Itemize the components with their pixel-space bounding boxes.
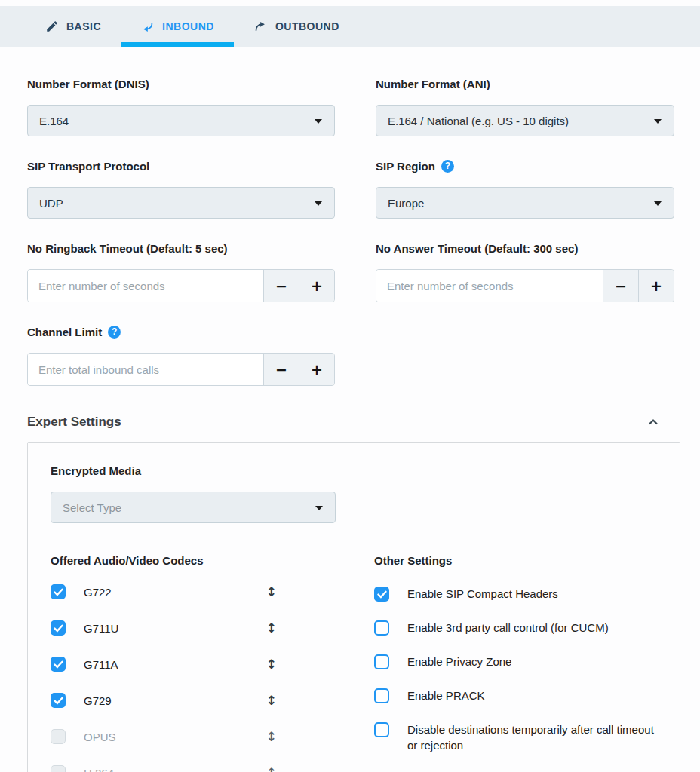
- setting-checkbox[interactable]: [374, 620, 389, 636]
- channel-limit-input[interactable]: [28, 354, 263, 385]
- codec-row: G722 ↕: [51, 574, 277, 610]
- minus-button[interactable]: −: [263, 270, 299, 302]
- sip-region-select[interactable]: Europe: [376, 187, 674, 219]
- sip-transport-label: SIP Transport Protocol: [27, 159, 335, 173]
- minus-button[interactable]: −: [263, 354, 299, 385]
- setting-checkbox[interactable]: [374, 654, 389, 669]
- setting-label: Disable destinations temporarily after c…: [407, 721, 656, 753]
- setting-checkbox[interactable]: [374, 688, 389, 703]
- tab-basic-label: BASIC: [66, 20, 101, 32]
- drag-handle-icon[interactable]: ↕: [266, 584, 277, 599]
- setting-label: Enable Privacy Zone: [407, 654, 511, 669]
- codec-label: G722: [84, 586, 266, 599]
- setting-row: Disable destinations temporarily after c…: [374, 721, 665, 753]
- ani-select[interactable]: E.164 / National (e.g. US - 10 digits): [376, 105, 674, 136]
- collapse-section-button[interactable]: [644, 413, 662, 431]
- codec-row: G711A ↕: [51, 646, 277, 682]
- drag-handle-icon[interactable]: ↕: [266, 657, 277, 672]
- expert-settings-panel: Encrypted Media Select Type Offered Audi…: [27, 442, 680, 772]
- tab-inbound-label: INBOUND: [162, 20, 214, 32]
- inbound-settings-form: Number Format (DNIS) E.164 Number Format…: [0, 77, 700, 772]
- tab-outbound-label: OUTBOUND: [275, 20, 339, 32]
- drag-handle-icon[interactable]: ↕: [266, 729, 277, 744]
- no-answer-label: No Answer Timeout (Default: 300 sec): [376, 241, 674, 256]
- tab-bar: BASIC INBOUND OUTBOUND: [0, 6, 700, 47]
- codec-row: G729 ↕: [51, 682, 277, 718]
- no-ringback-input[interactable]: [28, 270, 263, 302]
- help-icon[interactable]: ?: [441, 160, 454, 173]
- field-number-format-dnis: Number Format (DNIS) E.164: [27, 77, 335, 136]
- field-sip-transport: SIP Transport Protocol UDP: [27, 159, 335, 219]
- no-ringback-label: No Ringback Timeout (Default: 5 sec): [27, 241, 335, 256]
- setting-row: Enable 3rd party call control (for CUCM): [374, 620, 665, 636]
- codec-row: H.264 ↕: [51, 755, 277, 772]
- setting-checkbox[interactable]: [374, 722, 389, 737]
- codec-checkbox[interactable]: [51, 729, 66, 744]
- ani-label: Number Format (ANI): [376, 77, 674, 91]
- no-answer-input[interactable]: [376, 270, 603, 302]
- codec-label: G711U: [84, 622, 266, 635]
- channel-limit-label: Channel Limit: [27, 325, 102, 339]
- dnis-select[interactable]: E.164: [27, 105, 335, 136]
- channel-limit-stepper: − +: [27, 353, 335, 386]
- plus-button[interactable]: +: [638, 270, 674, 302]
- setting-label: Enable SIP Compact Headers: [407, 586, 558, 602]
- codec-checkbox[interactable]: [51, 657, 66, 672]
- setting-row: Enable SIP Compact Headers: [374, 586, 665, 602]
- field-no-ringback-timeout: No Ringback Timeout (Default: 5 sec) − +: [27, 241, 335, 302]
- codec-checkbox[interactable]: [51, 765, 66, 772]
- tab-basic[interactable]: BASIC: [26, 6, 121, 47]
- chevron-up-icon: [646, 415, 661, 430]
- drag-handle-icon[interactable]: ↕: [266, 693, 277, 708]
- field-number-format-ani: Number Format (ANI) E.164 / National (e.…: [376, 77, 674, 136]
- setting-row: Enable Privacy Zone: [374, 654, 665, 669]
- encrypted-media-select[interactable]: Select Type: [51, 492, 336, 523]
- other-settings-title: Other Settings: [374, 553, 665, 568]
- codec-label: G711A: [84, 658, 266, 671]
- dnis-label: Number Format (DNIS): [27, 77, 335, 91]
- setting-label: Enable 3rd party call control (for CUCM): [407, 620, 609, 636]
- setting-label: Enable PRACK: [407, 688, 485, 703]
- setting-row: Enable PRACK: [374, 688, 665, 703]
- other-settings-list: Enable SIP Compact Headers Enable 3rd pa…: [374, 586, 665, 753]
- no-answer-stepper: − +: [376, 269, 674, 302]
- edit-pencil-icon: [45, 20, 59, 33]
- codec-label: OPUS: [84, 731, 266, 743]
- codec-checkbox[interactable]: [51, 620, 66, 636]
- drag-handle-icon[interactable]: ↕: [266, 765, 277, 772]
- field-sip-region: SIP Region ? Europe: [376, 159, 674, 219]
- sip-transport-select[interactable]: UDP: [27, 187, 335, 219]
- codec-checkbox[interactable]: [51, 693, 66, 708]
- sip-region-select-value: Europe: [388, 197, 424, 210]
- inbound-arrow-icon: [140, 20, 155, 34]
- field-no-answer-timeout: No Answer Timeout (Default: 300 sec) − +: [376, 241, 674, 302]
- sip-region-label: SIP Region: [376, 159, 435, 173]
- codecs-title: Offered Audio/Video Codecs: [51, 553, 336, 568]
- ani-select-value: E.164 / National (e.g. US - 10 digits): [388, 115, 569, 127]
- codec-label: H.264: [84, 767, 266, 772]
- encrypted-media-placeholder: Select Type: [63, 501, 121, 514]
- codec-label: G729: [84, 694, 266, 707]
- other-settings-section: Other Settings Enable SIP Compact Header…: [374, 553, 665, 772]
- help-icon[interactable]: ?: [108, 326, 121, 339]
- tab-outbound[interactable]: OUTBOUND: [234, 6, 359, 47]
- plus-button[interactable]: +: [299, 270, 334, 302]
- codec-list: G722 ↕ G711U ↕: [51, 574, 336, 772]
- sip-transport-select-value: UDP: [39, 197, 63, 210]
- plus-button[interactable]: +: [299, 354, 334, 385]
- setting-checkbox[interactable]: [374, 587, 389, 602]
- expert-settings-title: Expert Settings: [27, 415, 121, 430]
- field-encrypted-media: Encrypted Media Select Type: [51, 464, 336, 523]
- outbound-arrow-icon: [253, 20, 268, 34]
- codec-checkbox[interactable]: [51, 584, 66, 599]
- minus-button[interactable]: −: [603, 270, 638, 302]
- codec-row: OPUS ↕: [51, 718, 277, 755]
- codec-row: G711U ↕: [51, 610, 277, 646]
- field-channel-limit: Channel Limit ? − +: [27, 325, 335, 386]
- tab-inbound[interactable]: INBOUND: [121, 6, 234, 47]
- codecs-section: Offered Audio/Video Codecs G722 ↕: [51, 553, 336, 772]
- dnis-select-value: E.164: [39, 115, 69, 127]
- drag-handle-icon[interactable]: ↕: [266, 620, 277, 636]
- encrypted-media-label: Encrypted Media: [51, 464, 336, 478]
- no-ringback-stepper: − +: [27, 269, 335, 302]
